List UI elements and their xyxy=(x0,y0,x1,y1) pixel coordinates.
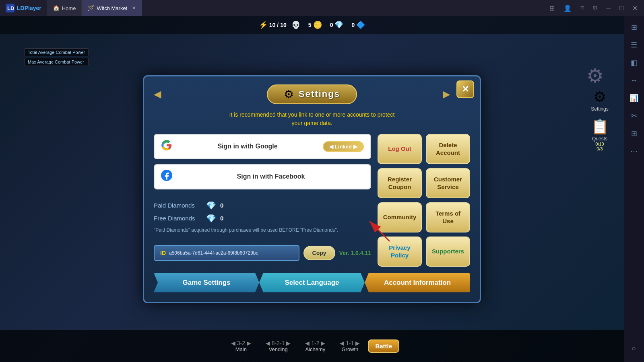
community-button[interactable]: Community xyxy=(378,202,422,232)
id-label: ID xyxy=(160,250,166,256)
sidebar-circle-icon[interactable]: ○ xyxy=(627,341,641,356)
select-language-button[interactable]: Select Language xyxy=(259,273,365,292)
modal-close-button[interactable]: ✕ xyxy=(456,80,474,98)
delete-account-button[interactable]: Delete Account xyxy=(426,134,470,164)
id-row: ID a506ba5a-7d61-444f-ac2a-69f8b60729bc … xyxy=(154,245,371,261)
sidebar-icon-1[interactable]: ⊞ xyxy=(627,20,641,35)
paid-diamonds-label: Paid Diamonds xyxy=(154,202,202,209)
sidebar-icon-8[interactable]: ⋯ xyxy=(627,144,641,158)
free-diamonds-row: Free Diamonds 💎 0 xyxy=(154,214,371,223)
sidebar-icon-5[interactable]: 📊 xyxy=(627,91,641,105)
sidebar-icon-7[interactable]: ⊞ xyxy=(627,126,641,141)
app-logo: LD LDPlayer xyxy=(0,4,47,12)
free-diamond-icon: 💎 xyxy=(206,214,216,223)
titlebar: LD LDPlayer 🏠 Home 🪄 Witch Market ✕ ⊞ 👤 … xyxy=(0,0,644,16)
google-signin-button[interactable]: Sign in with Google ◀ Linked ▶ xyxy=(154,134,371,159)
register-coupon-button[interactable]: Register Coupon xyxy=(378,168,422,198)
game-settings-button[interactable]: Game Settings xyxy=(154,273,259,292)
settings-modal: ◀ ⚙ Settings ▶ ✕ It is recommended that … xyxy=(143,75,481,303)
modal-body: Sign in with Google ◀ Linked ▶ xyxy=(154,134,470,267)
sidebar-icon-4[interactable]: ↔ xyxy=(627,73,641,88)
facebook-signin-button[interactable]: Sign in with Facebook xyxy=(154,164,371,189)
paid-diamonds-row: Paid Diamonds 💎 0 xyxy=(154,201,371,210)
google-signin-label: Sign in with Google xyxy=(178,143,317,150)
modal-footer: Game Settings Select Language Account In… xyxy=(154,273,470,292)
tab-close-button[interactable]: ✕ xyxy=(132,5,136,11)
sidebar-icon-6[interactable]: ✂ xyxy=(627,109,641,123)
linked-badge: ◀ Linked ▶ xyxy=(323,141,364,152)
menu-icon[interactable]: ≡ xyxy=(578,4,586,12)
paid-diamond-icon: 💎 xyxy=(206,201,216,210)
settings-gear-icon: ⚙ xyxy=(284,88,294,101)
modal-right-column: Log Out Delete Account Register Coupon C… xyxy=(378,134,470,267)
home-icon: 🏠 xyxy=(53,5,60,11)
facebook-signin-label: Sign in with Facebook xyxy=(178,173,364,180)
user-icon[interactable]: 👤 xyxy=(561,4,574,13)
modal-header: ◀ ⚙ Settings ▶ ✕ xyxy=(154,84,470,104)
free-diamonds-count: 0 xyxy=(220,215,223,222)
modal-title-container: ⚙ Settings xyxy=(267,84,357,104)
sidebar-icon-2[interactable]: ☰ xyxy=(627,38,641,52)
sidebar-icon-3[interactable]: ◧ xyxy=(627,56,641,70)
free-diamonds-label: Free Diamonds xyxy=(154,215,202,222)
right-sidebar: ⊞ ☰ ◧ ↔ 📊 ✂ ⊞ ⋯ ○ xyxy=(624,16,644,362)
grid-icon[interactable]: ⊞ xyxy=(547,4,557,13)
svg-text:LD: LD xyxy=(7,5,14,11)
tab-game[interactable]: 🪄 Witch Market ✕ xyxy=(82,0,142,16)
modal-title: Settings xyxy=(299,89,340,99)
diamonds-note: "Paid Diamonds" acquired through purchas… xyxy=(154,226,371,234)
facebook-icon xyxy=(161,170,172,184)
modal-left-column: Sign in with Google ◀ Linked ▶ xyxy=(154,134,371,267)
modal-overlay: ◀ ⚙ Settings ▶ ✕ It is recommended that … xyxy=(0,16,624,362)
tab-home[interactable]: 🏠 Home xyxy=(47,0,82,16)
id-box: ID a506ba5a-7d61-444f-ac2a-69f8b60729bc xyxy=(154,245,299,261)
logout-button[interactable]: Log Out xyxy=(378,134,422,164)
id-value: a506ba5a-7d61-444f-ac2a-69f8b60729bc xyxy=(169,250,258,256)
version-text: Ver. 1.0.4.11 xyxy=(339,250,371,256)
close-button[interactable]: ✕ xyxy=(630,4,640,13)
customer-service-button[interactable]: Customer Service xyxy=(426,168,470,198)
titlebar-actions: ⊞ 👤 ≡ ⧉ ─ □ ✕ xyxy=(547,4,644,13)
privacy-policy-button[interactable]: Privacy Policy xyxy=(378,237,422,267)
multiwindow-icon[interactable]: ⧉ xyxy=(590,4,600,12)
account-information-button[interactable]: Account Information xyxy=(365,273,470,292)
diamonds-section: Paid Diamonds 💎 0 Free Diamonds 💎 0 "Pai… xyxy=(154,194,371,240)
terms-of-use-button[interactable]: Terms of Use xyxy=(426,202,470,232)
recommendation-text: It is recommended that you link to one o… xyxy=(154,111,470,128)
modal-nav-right-button[interactable]: ▶ xyxy=(443,88,450,100)
supporters-button[interactable]: Supporters xyxy=(426,237,470,267)
google-icon xyxy=(161,140,172,154)
copy-button[interactable]: Copy xyxy=(303,246,335,260)
restore-button[interactable]: □ xyxy=(617,4,626,12)
paid-diamonds-count: 0 xyxy=(220,202,223,209)
minimize-button[interactable]: ─ xyxy=(604,4,613,12)
modal-nav-left-button[interactable]: ◀ xyxy=(154,88,161,100)
witch-icon: 🪄 xyxy=(87,5,94,11)
